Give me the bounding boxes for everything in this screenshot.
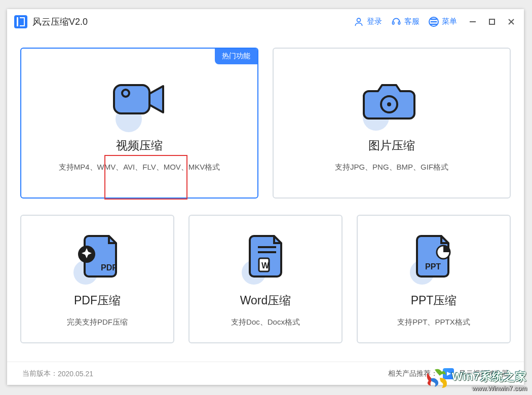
- card-pdf-compress[interactable]: PDF PDF压缩 完美支持PDF压缩: [20, 215, 174, 343]
- support-label: 客服: [404, 17, 420, 26]
- card-title: PDF压缩: [74, 293, 121, 308]
- user-icon: [354, 17, 364, 27]
- card-subtitle: 支持Doc、Docx格式: [231, 318, 300, 327]
- card-subtitle: 支持JPG、PNG、BMP、GIF格式: [335, 163, 448, 172]
- login-button[interactable]: 登录: [354, 17, 382, 27]
- word-icon: W: [238, 233, 293, 282]
- card-subtitle: 支持PPT、PPTX格式: [397, 318, 470, 327]
- menu-label: 菜单: [442, 17, 457, 26]
- svg-rect-1: [393, 22, 394, 24]
- window-controls: [468, 17, 516, 26]
- svg-point-15: [387, 102, 391, 106]
- hot-badge: 热门功能: [215, 49, 257, 64]
- card-title: Word压缩: [240, 293, 291, 308]
- svg-rect-7: [489, 19, 495, 24]
- card-image-compress[interactable]: 图片压缩 支持JPG、PNG、BMP、GIF格式: [273, 48, 511, 199]
- card-subtitle: 完美支持PDF压缩: [67, 318, 128, 327]
- titlebar: 风云压缩V2.0 登录 客服 菜单: [7, 9, 524, 34]
- svg-rect-11: [114, 85, 149, 113]
- version-value: 2020.05.21: [58, 370, 93, 378]
- ppt-icon: PPT: [406, 233, 462, 282]
- maximize-button[interactable]: [487, 17, 497, 26]
- minimize-button[interactable]: [468, 17, 477, 26]
- content-area: 热门功能 视频压缩 支持MP4、WMV、AVI、FLV、MOV、MKV格式: [7, 34, 524, 362]
- menu-button[interactable]: 菜单: [429, 17, 457, 27]
- support-button[interactable]: 客服: [391, 17, 420, 27]
- watermark-text: Win7系统之家: [452, 369, 527, 384]
- camera-icon: [359, 76, 425, 127]
- menu-icon: [429, 17, 439, 27]
- svg-text:PPT: PPT: [425, 262, 441, 271]
- svg-text:PDF: PDF: [101, 263, 117, 272]
- version-label: 当前版本：: [22, 369, 58, 378]
- card-word-compress[interactable]: W Word压缩 支持Doc、Docx格式: [188, 215, 343, 343]
- watermark-url: www.Winwin7.com: [452, 384, 527, 392]
- headset-icon: [391, 17, 401, 27]
- svg-text:W: W: [261, 261, 270, 270]
- card-title: PPT压缩: [411, 293, 457, 308]
- card-video-compress[interactable]: 热门功能 视频压缩 支持MP4、WMV、AVI、FLV、MOV、MKV格式: [20, 48, 258, 199]
- svg-rect-2: [398, 22, 400, 24]
- pdf-icon: PDF: [69, 233, 125, 282]
- card-ppt-compress[interactable]: PPT PPT压缩 支持PPT、PPTX格式: [357, 215, 511, 343]
- app-logo-icon: [14, 15, 27, 28]
- video-icon: [106, 76, 172, 127]
- close-button[interactable]: [507, 17, 516, 26]
- watermark: Win7系统之家 www.Winwin7.com: [452, 369, 527, 392]
- app-title: 风云压缩V2.0: [32, 16, 88, 28]
- svg-point-0: [357, 18, 361, 22]
- card-title: 图片压缩: [368, 138, 415, 153]
- login-label: 登录: [367, 17, 382, 26]
- watermark-logo-icon: [425, 367, 449, 389]
- app-window: 风云压缩V2.0 登录 客服 菜单: [7, 9, 524, 385]
- card-subtitle: 支持MP4、WMV、AVI、FLV、MOV、MKV格式: [59, 163, 220, 172]
- card-title: 视频压缩: [116, 138, 163, 153]
